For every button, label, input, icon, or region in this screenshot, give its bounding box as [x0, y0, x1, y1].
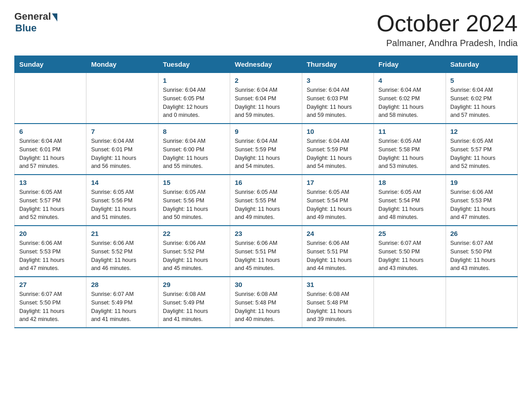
day-info: Sunrise: 6:07 AMSunset: 5:50 PMDaylight:… [450, 239, 513, 273]
calendar-cell: 19Sunrise: 6:06 AMSunset: 5:53 PMDayligh… [446, 175, 517, 226]
day-number: 14 [91, 179, 153, 186]
calendar-cell: 29Sunrise: 6:08 AMSunset: 5:49 PMDayligh… [158, 277, 230, 328]
day-number: 23 [235, 230, 297, 237]
calendar-cell: 25Sunrise: 6:07 AMSunset: 5:50 PMDayligh… [374, 226, 446, 277]
day-number: 8 [163, 128, 225, 135]
calendar-cell: 18Sunrise: 6:05 AMSunset: 5:54 PMDayligh… [374, 175, 446, 226]
calendar-cell: 26Sunrise: 6:07 AMSunset: 5:50 PMDayligh… [446, 226, 517, 277]
calendar-header-row: SundayMondayTuesdayWednesdayThursdayFrid… [15, 56, 518, 73]
day-info: Sunrise: 6:04 AMSunset: 5:59 PMDaylight:… [235, 137, 297, 171]
day-info: Sunrise: 6:04 AMSunset: 6:02 PMDaylight:… [378, 86, 441, 120]
calendar-cell: 10Sunrise: 6:04 AMSunset: 5:59 PMDayligh… [302, 124, 373, 175]
day-number: 24 [307, 230, 369, 237]
day-info: Sunrise: 6:04 AMSunset: 6:04 PMDaylight:… [235, 86, 297, 120]
day-number: 19 [450, 179, 513, 186]
day-number: 3 [307, 77, 369, 84]
header-friday: Friday [374, 56, 446, 73]
day-number: 26 [450, 230, 513, 237]
calendar-cell: 9Sunrise: 6:04 AMSunset: 5:59 PMDaylight… [230, 124, 302, 175]
calendar-cell: 21Sunrise: 6:06 AMSunset: 5:52 PMDayligh… [86, 226, 158, 277]
day-info: Sunrise: 6:05 AMSunset: 5:54 PMDaylight:… [307, 188, 369, 222]
calendar-cell [374, 277, 446, 328]
day-number: 16 [235, 179, 297, 186]
day-info: Sunrise: 6:07 AMSunset: 5:50 PMDaylight:… [19, 290, 82, 324]
day-info: Sunrise: 6:06 AMSunset: 5:51 PMDaylight:… [307, 239, 369, 273]
day-info: Sunrise: 6:06 AMSunset: 5:53 PMDaylight:… [450, 188, 513, 222]
day-info: Sunrise: 6:08 AMSunset: 5:48 PMDaylight:… [307, 290, 369, 324]
day-number: 18 [378, 179, 441, 186]
calendar-cell: 2Sunrise: 6:04 AMSunset: 6:04 PMDaylight… [230, 73, 302, 124]
calendar-cell: 11Sunrise: 6:05 AMSunset: 5:58 PMDayligh… [374, 124, 446, 175]
day-number: 2 [235, 77, 297, 84]
day-info: Sunrise: 6:04 AMSunset: 6:02 PMDaylight:… [450, 86, 513, 120]
calendar-cell: 3Sunrise: 6:04 AMSunset: 6:03 PMDaylight… [302, 73, 373, 124]
day-number: 30 [235, 281, 297, 288]
calendar-cell: 22Sunrise: 6:06 AMSunset: 5:52 PMDayligh… [158, 226, 230, 277]
calendar-subtitle: Palmaner, Andhra Pradesh, India [377, 38, 518, 48]
day-number: 5 [450, 77, 513, 84]
day-info: Sunrise: 6:08 AMSunset: 5:49 PMDaylight:… [163, 290, 225, 324]
day-info: Sunrise: 6:05 AMSunset: 5:54 PMDaylight:… [378, 188, 441, 222]
calendar-title: October 2024 [377, 11, 518, 36]
day-number: 27 [19, 281, 82, 288]
day-info: Sunrise: 6:05 AMSunset: 5:58 PMDaylight:… [378, 137, 441, 171]
day-info: Sunrise: 6:05 AMSunset: 5:56 PMDaylight:… [91, 188, 153, 222]
day-number: 29 [163, 281, 225, 288]
calendar-cell [15, 73, 86, 124]
calendar-cell: 17Sunrise: 6:05 AMSunset: 5:54 PMDayligh… [302, 175, 373, 226]
day-number: 9 [235, 128, 297, 135]
calendar-cell: 8Sunrise: 6:04 AMSunset: 6:00 PMDaylight… [158, 124, 230, 175]
calendar-cell: 5Sunrise: 6:04 AMSunset: 6:02 PMDaylight… [446, 73, 517, 124]
logo-general-text: General [14, 11, 51, 22]
calendar-cell: 28Sunrise: 6:07 AMSunset: 5:49 PMDayligh… [86, 277, 158, 328]
day-number: 20 [19, 230, 82, 237]
day-number: 10 [307, 128, 369, 135]
calendar-cell: 6Sunrise: 6:04 AMSunset: 6:01 PMDaylight… [15, 124, 86, 175]
calendar-cell: 23Sunrise: 6:06 AMSunset: 5:51 PMDayligh… [230, 226, 302, 277]
calendar-cell [446, 277, 517, 328]
calendar-cell: 4Sunrise: 6:04 AMSunset: 6:02 PMDaylight… [374, 73, 446, 124]
calendar-week-row: 27Sunrise: 6:07 AMSunset: 5:50 PMDayligh… [15, 277, 518, 328]
day-info: Sunrise: 6:04 AMSunset: 5:59 PMDaylight:… [307, 137, 369, 171]
day-number: 28 [91, 281, 153, 288]
day-number: 1 [163, 77, 225, 84]
day-info: Sunrise: 6:08 AMSunset: 5:48 PMDaylight:… [235, 290, 297, 324]
day-info: Sunrise: 6:04 AMSunset: 6:03 PMDaylight:… [307, 86, 369, 120]
day-info: Sunrise: 6:07 AMSunset: 5:50 PMDaylight:… [378, 239, 441, 273]
title-block: October 2024 Palmaner, Andhra Pradesh, I… [377, 11, 518, 48]
calendar-cell: 27Sunrise: 6:07 AMSunset: 5:50 PMDayligh… [15, 277, 86, 328]
calendar-cell: 20Sunrise: 6:06 AMSunset: 5:53 PMDayligh… [15, 226, 86, 277]
day-number: 7 [91, 128, 153, 135]
day-number: 31 [307, 281, 369, 288]
calendar-cell: 16Sunrise: 6:05 AMSunset: 5:55 PMDayligh… [230, 175, 302, 226]
day-number: 4 [378, 77, 441, 84]
header-saturday: Saturday [446, 56, 517, 73]
calendar-cell: 15Sunrise: 6:05 AMSunset: 5:56 PMDayligh… [158, 175, 230, 226]
day-info: Sunrise: 6:06 AMSunset: 5:52 PMDaylight:… [163, 239, 225, 273]
calendar-cell: 31Sunrise: 6:08 AMSunset: 5:48 PMDayligh… [302, 277, 373, 328]
calendar-table: SundayMondayTuesdayWednesdayThursdayFrid… [14, 56, 518, 328]
day-info: Sunrise: 6:04 AMSunset: 6:01 PMDaylight:… [19, 137, 82, 171]
page-header: General Blue October 2024 Palmaner, Andh… [14, 11, 518, 48]
header-monday: Monday [86, 56, 158, 73]
day-number: 15 [163, 179, 225, 186]
calendar-week-row: 1Sunrise: 6:04 AMSunset: 6:05 PMDaylight… [15, 73, 518, 124]
day-info: Sunrise: 6:05 AMSunset: 5:57 PMDaylight:… [450, 137, 513, 171]
day-info: Sunrise: 6:04 AMSunset: 6:00 PMDaylight:… [163, 137, 225, 171]
day-info: Sunrise: 6:07 AMSunset: 5:49 PMDaylight:… [91, 290, 153, 324]
logo: General Blue [14, 11, 57, 34]
day-number: 17 [307, 179, 369, 186]
day-info: Sunrise: 6:04 AMSunset: 6:01 PMDaylight:… [91, 137, 153, 171]
day-info: Sunrise: 6:06 AMSunset: 5:52 PMDaylight:… [91, 239, 153, 273]
header-thursday: Thursday [302, 56, 373, 73]
calendar-cell: 13Sunrise: 6:05 AMSunset: 5:57 PMDayligh… [15, 175, 86, 226]
header-sunday: Sunday [15, 56, 86, 73]
calendar-cell: 14Sunrise: 6:05 AMSunset: 5:56 PMDayligh… [86, 175, 158, 226]
day-info: Sunrise: 6:05 AMSunset: 5:56 PMDaylight:… [163, 188, 225, 222]
day-info: Sunrise: 6:05 AMSunset: 5:55 PMDaylight:… [235, 188, 297, 222]
header-wednesday: Wednesday [230, 56, 302, 73]
calendar-cell: 12Sunrise: 6:05 AMSunset: 5:57 PMDayligh… [446, 124, 517, 175]
calendar-week-row: 13Sunrise: 6:05 AMSunset: 5:57 PMDayligh… [15, 175, 518, 226]
day-number: 22 [163, 230, 225, 237]
day-number: 6 [19, 128, 82, 135]
